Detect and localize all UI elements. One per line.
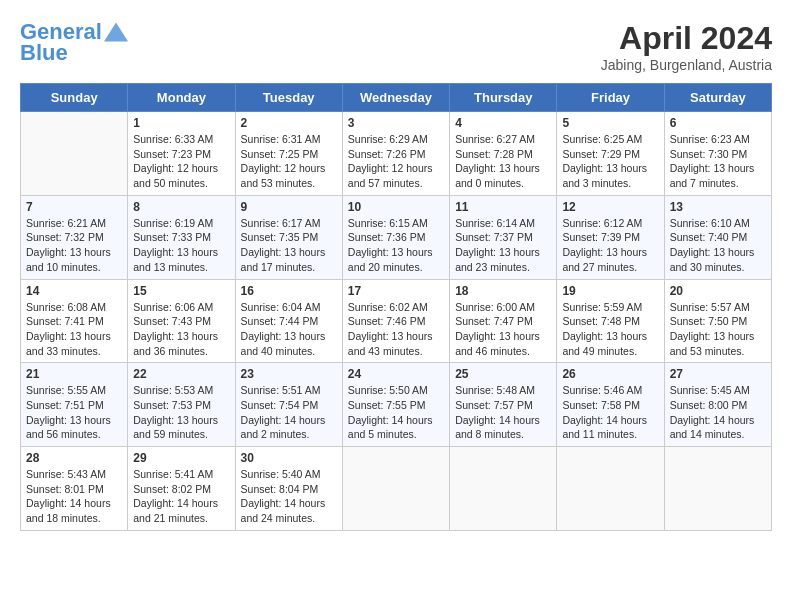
calendar-cell: 16Sunrise: 6:04 AMSunset: 7:44 PMDayligh…	[235, 279, 342, 363]
day-number: 21	[26, 367, 122, 381]
day-of-week-header: Friday	[557, 84, 664, 112]
day-number: 4	[455, 116, 551, 130]
calendar-week-row: 1Sunrise: 6:33 AMSunset: 7:23 PMDaylight…	[21, 112, 772, 196]
calendar-cell: 23Sunrise: 5:51 AMSunset: 7:54 PMDayligh…	[235, 363, 342, 447]
calendar-cell: 3Sunrise: 6:29 AMSunset: 7:26 PMDaylight…	[342, 112, 449, 196]
day-info: Sunrise: 6:02 AMSunset: 7:46 PMDaylight:…	[348, 300, 444, 359]
day-number: 14	[26, 284, 122, 298]
calendar-cell: 7Sunrise: 6:21 AMSunset: 7:32 PMDaylight…	[21, 195, 128, 279]
calendar-cell: 6Sunrise: 6:23 AMSunset: 7:30 PMDaylight…	[664, 112, 771, 196]
day-number: 5	[562, 116, 658, 130]
day-of-week-header: Wednesday	[342, 84, 449, 112]
day-of-week-header: Thursday	[450, 84, 557, 112]
day-number: 22	[133, 367, 229, 381]
calendar-cell: 18Sunrise: 6:00 AMSunset: 7:47 PMDayligh…	[450, 279, 557, 363]
calendar-cell: 27Sunrise: 5:45 AMSunset: 8:00 PMDayligh…	[664, 363, 771, 447]
calendar-cell: 17Sunrise: 6:02 AMSunset: 7:46 PMDayligh…	[342, 279, 449, 363]
calendar-cell: 8Sunrise: 6:19 AMSunset: 7:33 PMDaylight…	[128, 195, 235, 279]
day-info: Sunrise: 5:45 AMSunset: 8:00 PMDaylight:…	[670, 383, 766, 442]
day-number: 25	[455, 367, 551, 381]
day-number: 17	[348, 284, 444, 298]
day-info: Sunrise: 6:17 AMSunset: 7:35 PMDaylight:…	[241, 216, 337, 275]
day-number: 3	[348, 116, 444, 130]
header: General Blue April 2024 Jabing, Burgenla…	[20, 20, 772, 73]
day-number: 8	[133, 200, 229, 214]
calendar-cell: 20Sunrise: 5:57 AMSunset: 7:50 PMDayligh…	[664, 279, 771, 363]
day-info: Sunrise: 6:23 AMSunset: 7:30 PMDaylight:…	[670, 132, 766, 191]
day-info: Sunrise: 6:04 AMSunset: 7:44 PMDaylight:…	[241, 300, 337, 359]
day-info: Sunrise: 5:55 AMSunset: 7:51 PMDaylight:…	[26, 383, 122, 442]
calendar-week-row: 28Sunrise: 5:43 AMSunset: 8:01 PMDayligh…	[21, 447, 772, 531]
location-subtitle: Jabing, Burgenland, Austria	[601, 57, 772, 73]
calendar-table: SundayMondayTuesdayWednesdayThursdayFrid…	[20, 83, 772, 531]
day-info: Sunrise: 6:29 AMSunset: 7:26 PMDaylight:…	[348, 132, 444, 191]
day-number: 10	[348, 200, 444, 214]
svg-marker-0	[104, 22, 128, 41]
calendar-cell	[450, 447, 557, 531]
day-info: Sunrise: 6:25 AMSunset: 7:29 PMDaylight:…	[562, 132, 658, 191]
day-info: Sunrise: 6:08 AMSunset: 7:41 PMDaylight:…	[26, 300, 122, 359]
calendar-cell: 2Sunrise: 6:31 AMSunset: 7:25 PMDaylight…	[235, 112, 342, 196]
day-number: 15	[133, 284, 229, 298]
day-number: 12	[562, 200, 658, 214]
day-info: Sunrise: 5:53 AMSunset: 7:53 PMDaylight:…	[133, 383, 229, 442]
day-number: 28	[26, 451, 122, 465]
day-info: Sunrise: 5:57 AMSunset: 7:50 PMDaylight:…	[670, 300, 766, 359]
calendar-cell: 1Sunrise: 6:33 AMSunset: 7:23 PMDaylight…	[128, 112, 235, 196]
calendar-cell: 11Sunrise: 6:14 AMSunset: 7:37 PMDayligh…	[450, 195, 557, 279]
day-info: Sunrise: 5:59 AMSunset: 7:48 PMDaylight:…	[562, 300, 658, 359]
day-info: Sunrise: 6:33 AMSunset: 7:23 PMDaylight:…	[133, 132, 229, 191]
day-number: 16	[241, 284, 337, 298]
day-info: Sunrise: 6:21 AMSunset: 7:32 PMDaylight:…	[26, 216, 122, 275]
day-number: 29	[133, 451, 229, 465]
day-number: 11	[455, 200, 551, 214]
calendar-week-row: 14Sunrise: 6:08 AMSunset: 7:41 PMDayligh…	[21, 279, 772, 363]
day-number: 30	[241, 451, 337, 465]
calendar-cell: 13Sunrise: 6:10 AMSunset: 7:40 PMDayligh…	[664, 195, 771, 279]
calendar-cell: 19Sunrise: 5:59 AMSunset: 7:48 PMDayligh…	[557, 279, 664, 363]
day-info: Sunrise: 6:15 AMSunset: 7:36 PMDaylight:…	[348, 216, 444, 275]
day-number: 23	[241, 367, 337, 381]
day-info: Sunrise: 6:12 AMSunset: 7:39 PMDaylight:…	[562, 216, 658, 275]
day-number: 1	[133, 116, 229, 130]
calendar-cell: 28Sunrise: 5:43 AMSunset: 8:01 PMDayligh…	[21, 447, 128, 531]
day-info: Sunrise: 6:31 AMSunset: 7:25 PMDaylight:…	[241, 132, 337, 191]
calendar-cell: 29Sunrise: 5:41 AMSunset: 8:02 PMDayligh…	[128, 447, 235, 531]
day-info: Sunrise: 6:14 AMSunset: 7:37 PMDaylight:…	[455, 216, 551, 275]
day-info: Sunrise: 6:19 AMSunset: 7:33 PMDaylight:…	[133, 216, 229, 275]
day-number: 7	[26, 200, 122, 214]
logo: General Blue	[20, 20, 128, 66]
day-number: 6	[670, 116, 766, 130]
calendar-cell: 10Sunrise: 6:15 AMSunset: 7:36 PMDayligh…	[342, 195, 449, 279]
day-info: Sunrise: 6:00 AMSunset: 7:47 PMDaylight:…	[455, 300, 551, 359]
day-info: Sunrise: 5:50 AMSunset: 7:55 PMDaylight:…	[348, 383, 444, 442]
day-number: 20	[670, 284, 766, 298]
day-info: Sunrise: 6:06 AMSunset: 7:43 PMDaylight:…	[133, 300, 229, 359]
day-number: 26	[562, 367, 658, 381]
day-number: 27	[670, 367, 766, 381]
day-of-week-header: Monday	[128, 84, 235, 112]
calendar-cell: 4Sunrise: 6:27 AMSunset: 7:28 PMDaylight…	[450, 112, 557, 196]
day-of-week-header: Sunday	[21, 84, 128, 112]
day-info: Sunrise: 5:48 AMSunset: 7:57 PMDaylight:…	[455, 383, 551, 442]
day-info: Sunrise: 6:10 AMSunset: 7:40 PMDaylight:…	[670, 216, 766, 275]
day-info: Sunrise: 6:27 AMSunset: 7:28 PMDaylight:…	[455, 132, 551, 191]
calendar-cell: 12Sunrise: 6:12 AMSunset: 7:39 PMDayligh…	[557, 195, 664, 279]
calendar-cell: 22Sunrise: 5:53 AMSunset: 7:53 PMDayligh…	[128, 363, 235, 447]
calendar-cell: 25Sunrise: 5:48 AMSunset: 7:57 PMDayligh…	[450, 363, 557, 447]
calendar-cell	[664, 447, 771, 531]
day-number: 19	[562, 284, 658, 298]
day-info: Sunrise: 5:43 AMSunset: 8:01 PMDaylight:…	[26, 467, 122, 526]
logo-icon	[104, 22, 128, 42]
day-of-week-header: Tuesday	[235, 84, 342, 112]
day-info: Sunrise: 5:46 AMSunset: 7:58 PMDaylight:…	[562, 383, 658, 442]
calendar-cell: 24Sunrise: 5:50 AMSunset: 7:55 PMDayligh…	[342, 363, 449, 447]
calendar-cell: 21Sunrise: 5:55 AMSunset: 7:51 PMDayligh…	[21, 363, 128, 447]
calendar-cell	[342, 447, 449, 531]
day-number: 2	[241, 116, 337, 130]
calendar-cell: 5Sunrise: 6:25 AMSunset: 7:29 PMDaylight…	[557, 112, 664, 196]
day-of-week-header: Saturday	[664, 84, 771, 112]
day-info: Sunrise: 5:41 AMSunset: 8:02 PMDaylight:…	[133, 467, 229, 526]
calendar-cell	[557, 447, 664, 531]
calendar-cell: 26Sunrise: 5:46 AMSunset: 7:58 PMDayligh…	[557, 363, 664, 447]
